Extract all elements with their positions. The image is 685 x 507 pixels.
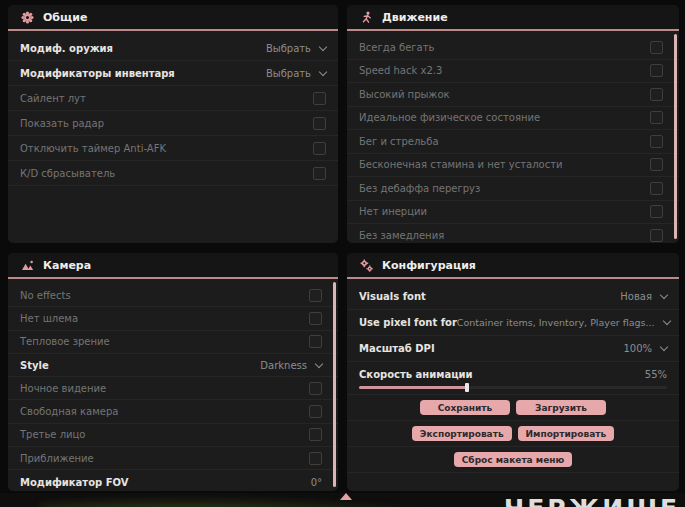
- chevron-down-icon: [662, 317, 670, 325]
- runner-icon: [360, 11, 373, 24]
- scrollbar[interactable]: [333, 282, 336, 487]
- setting-row: Тепловое зрение: [8, 331, 338, 354]
- panel-title: Движение: [382, 11, 448, 24]
- dropdown[interactable]: Выбрать: [266, 68, 326, 79]
- panel-general-header[interactable]: Общие: [8, 5, 338, 31]
- checkbox[interactable]: [309, 312, 322, 325]
- setting-label: Style: [20, 360, 49, 371]
- scrollbar[interactable]: [674, 34, 677, 239]
- checkbox[interactable]: [309, 289, 322, 302]
- panel-camera-header[interactable]: Камера: [8, 253, 338, 279]
- dropdown[interactable]: Darkness: [260, 360, 322, 371]
- panel-movement-body: Всегда бегать Speed hack x2.3 Высокий пр…: [347, 31, 679, 243]
- checkbox[interactable]: [309, 335, 322, 348]
- setting-label: Модификаторы инвентаря: [20, 68, 175, 79]
- setting-row: Свободная камера: [8, 400, 338, 423]
- setting-label: Speed hack x2.3: [359, 65, 442, 76]
- checkbox[interactable]: [650, 41, 663, 54]
- panel-config: Конфигурация Visuals font Новая Use pixe…: [347, 253, 679, 491]
- setting-label: Скорость анимации: [359, 369, 473, 380]
- watermark-text: ЧЕРЖИШЕ: [504, 494, 680, 507]
- setting-row: Без дебаффа перегруз: [347, 177, 679, 201]
- checkbox[interactable]: [650, 64, 663, 77]
- setting-label: К/D сбрасыватель: [20, 168, 115, 179]
- setting-row: Третье лицо: [8, 424, 338, 447]
- setting-label: Модиф. оружия: [20, 43, 113, 54]
- setting-label: Нет шлема: [20, 313, 78, 324]
- checkbox[interactable]: [309, 428, 322, 441]
- save-button[interactable]: Сохранить: [420, 400, 510, 415]
- setting-row: Модиф. оружия Выбрать: [8, 36, 338, 61]
- checkbox[interactable]: [309, 452, 322, 465]
- resize-handle-icon[interactable]: [340, 493, 352, 500]
- checkbox[interactable]: [309, 382, 322, 395]
- panel-title: Камера: [43, 259, 91, 272]
- chevron-down-icon: [319, 67, 327, 75]
- checkbox[interactable]: [313, 167, 326, 180]
- checkbox[interactable]: [309, 405, 322, 418]
- slider-fill: [359, 386, 467, 389]
- checkbox[interactable]: [313, 117, 326, 130]
- dropdown[interactable]: Container items, Inventory, Player flags…: [457, 317, 670, 328]
- gear-flower-icon: [21, 11, 34, 24]
- setting-label: Идеальное физическое состояние: [359, 112, 540, 123]
- checkbox[interactable]: [650, 182, 663, 195]
- setting-row: Ночное видение: [8, 377, 338, 400]
- setting-label: Третье лицо: [20, 429, 85, 440]
- chevron-down-icon: [660, 343, 668, 351]
- setting-row: Сайлент лут: [8, 86, 338, 111]
- setting-label: Приближение: [20, 453, 94, 464]
- panel-camera-body: No effects Нет шлема Тепловое зрение Sty…: [8, 279, 338, 491]
- dropdown[interactable]: Новая: [620, 291, 667, 302]
- setting-row: Масштаб DPI 100%: [347, 336, 679, 362]
- setting-row: Speed hack x2.3: [347, 60, 679, 84]
- setting-row: Бег и стрельба: [347, 130, 679, 154]
- slider-thumb[interactable]: [465, 383, 469, 392]
- dropdown[interactable]: Выбрать: [266, 43, 326, 54]
- checkbox[interactable]: [650, 111, 663, 124]
- reset-menu-layout-button[interactable]: Сброс макета меню: [454, 452, 572, 467]
- chevron-down-icon: [660, 291, 668, 299]
- import-button[interactable]: Импортировать: [518, 426, 615, 441]
- checkbox[interactable]: [650, 158, 663, 171]
- checkbox[interactable]: [650, 135, 663, 148]
- checkbox[interactable]: [313, 142, 326, 155]
- setting-row: Style Darkness: [8, 354, 338, 377]
- export-button[interactable]: Экспортировать: [412, 426, 512, 441]
- setting-label: Модификатор FOV: [20, 477, 128, 488]
- setting-row: No effects: [8, 284, 338, 307]
- setting-row: Нет инерции: [347, 201, 679, 225]
- setting-row: Без замедления: [347, 224, 679, 243]
- setting-label: No effects: [20, 290, 71, 301]
- setting-label: Visuals font: [359, 291, 426, 302]
- checkbox[interactable]: [313, 92, 326, 105]
- checkbox[interactable]: [650, 205, 663, 218]
- button-row: Сброс макета меню: [347, 447, 679, 473]
- animation-speed-value: 55%: [645, 369, 667, 380]
- setting-label: Всегда бегать: [359, 42, 434, 53]
- load-button[interactable]: Загрузить: [516, 400, 606, 415]
- setting-row: Всегда бегать: [347, 36, 679, 60]
- setting-row: Идеальное физическое состояние: [347, 107, 679, 131]
- dropdown[interactable]: 100%: [623, 343, 667, 354]
- button-row: Сохранить Загрузить: [347, 395, 679, 421]
- panel-camera: Камера No effects Нет шлема Тепловое зре…: [8, 253, 338, 491]
- setting-row: Модификаторы инвентаря Выбрать: [8, 61, 338, 86]
- checkbox[interactable]: [650, 88, 663, 101]
- checkbox[interactable]: [650, 229, 663, 242]
- panel-movement-header[interactable]: Движение: [347, 5, 679, 31]
- setting-row: Приближение: [8, 447, 338, 470]
- setting-label: Use pixel font for: [359, 317, 457, 328]
- setting-row: Отключить таймер Anti-AFK: [8, 136, 338, 161]
- panel-general: Общие Модиф. оружия Выбрать Модификаторы…: [8, 5, 338, 243]
- setting-label: Без замедления: [359, 230, 444, 241]
- panel-title: Конфигурация: [382, 259, 476, 272]
- setting-label: Высокий прыжок: [359, 89, 450, 100]
- panel-config-header[interactable]: Конфигурация: [347, 253, 679, 279]
- panel-title: Общие: [43, 11, 87, 24]
- panel-movement: Движение Всегда бегать Speed hack x2.3 В…: [347, 5, 679, 243]
- fov-value: 0°: [311, 477, 322, 488]
- animation-speed-slider[interactable]: [359, 386, 667, 389]
- gears-icon: [360, 259, 373, 272]
- animation-speed-row: Скорость анимации 55%: [347, 362, 679, 395]
